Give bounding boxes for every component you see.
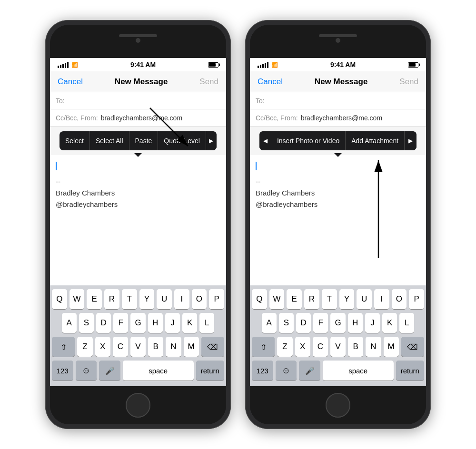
key-u-1[interactable]: U	[157, 289, 172, 309]
key-u-2[interactable]: U	[357, 289, 372, 309]
key-d-1[interactable]: D	[96, 313, 111, 333]
key-e-2[interactable]: E	[287, 289, 302, 309]
key-n-1[interactable]: N	[166, 337, 181, 357]
sig-dash-2: --	[256, 176, 420, 187]
status-left-2: 📶	[258, 62, 278, 68]
key-z-2[interactable]: Z	[277, 337, 292, 357]
sig-name-1: Bradley Chambers	[56, 187, 220, 199]
menu-insert-photo-2[interactable]: Insert Photo or Video	[271, 131, 346, 150]
key-h-1[interactable]: H	[148, 313, 163, 333]
key-q-2[interactable]: Q	[252, 289, 267, 309]
key-j-2[interactable]: J	[365, 313, 380, 333]
mic-key-2[interactable]: 🎤	[299, 361, 320, 381]
space-key-1[interactable]: space	[123, 361, 194, 381]
key-g-2[interactable]: G	[330, 313, 345, 333]
key-t-2[interactable]: T	[322, 289, 337, 309]
key-k-2[interactable]: K	[382, 313, 397, 333]
key-v-1[interactable]: V	[130, 337, 146, 357]
shift-key-2[interactable]: ⇧	[252, 337, 275, 357]
menu-select-all-1[interactable]: Select All	[90, 131, 129, 150]
key-z-1[interactable]: Z	[77, 337, 92, 357]
home-button-1[interactable]	[126, 393, 150, 418]
return-key-1[interactable]: return	[196, 361, 224, 381]
key-x-1[interactable]: X	[95, 337, 110, 357]
send-button-1[interactable]: Send	[199, 77, 218, 87]
menu-triangle-2	[334, 153, 342, 157]
home-button-2[interactable]	[326, 393, 350, 418]
key-l-2[interactable]: L	[399, 313, 414, 333]
return-key-2[interactable]: return	[396, 361, 424, 381]
send-button-2[interactable]: Send	[399, 77, 418, 87]
key-j-1[interactable]: J	[165, 313, 180, 333]
key-l-1[interactable]: L	[199, 313, 214, 333]
key-r-2[interactable]: R	[304, 289, 319, 309]
key-h-2[interactable]: H	[348, 313, 363, 333]
key-c-1[interactable]: C	[113, 337, 128, 357]
key-a-2[interactable]: A	[262, 313, 277, 333]
key-t-1[interactable]: T	[122, 289, 137, 309]
key-o-1[interactable]: O	[192, 289, 207, 309]
key-a-1[interactable]: A	[62, 313, 77, 333]
numbers-key-1[interactable]: 123	[52, 361, 73, 381]
key-e-1[interactable]: E	[87, 289, 102, 309]
cancel-button-2[interactable]: Cancel	[258, 77, 283, 87]
phone-2: 📶 9:41 AM Cancel New Message Send	[245, 20, 431, 429]
keyboard-row2-2: A S D F G H J K L	[252, 313, 424, 333]
ccbcc-field-2[interactable]: Cc/Bcc, From: bradleychambers@me.com	[250, 109, 426, 127]
key-i-2[interactable]: I	[374, 289, 389, 309]
emoji-key-1[interactable]: ☺	[76, 361, 97, 381]
delete-key-2[interactable]: ⌫	[401, 337, 424, 357]
space-key-2[interactable]: space	[323, 361, 394, 381]
cancel-button-1[interactable]: Cancel	[58, 77, 83, 87]
menu-arrow-left-2[interactable]: ◀	[259, 131, 271, 150]
key-m-1[interactable]: M	[184, 337, 199, 357]
key-k-1[interactable]: K	[182, 313, 197, 333]
bottom-bezel-2	[250, 386, 426, 424]
key-n-2[interactable]: N	[366, 337, 381, 357]
to-label-2: To:	[256, 97, 265, 105]
menu-arrow-right-1[interactable]: ▶	[206, 131, 217, 150]
menu-arrow-right-2[interactable]: ▶	[405, 131, 416, 150]
menu-select-1[interactable]: Select	[60, 131, 90, 150]
key-s-1[interactable]: S	[79, 313, 94, 333]
key-c-2[interactable]: C	[313, 337, 328, 357]
key-b-1[interactable]: B	[148, 337, 163, 357]
key-q-1[interactable]: Q	[52, 289, 67, 309]
key-p-2[interactable]: P	[409, 289, 424, 309]
key-s-2[interactable]: S	[279, 313, 294, 333]
context-menu-2: ◀ Insert Photo or Video Add Attachment ▶	[259, 131, 416, 150]
menu-paste-1[interactable]: Paste	[129, 131, 159, 150]
mic-key-1[interactable]: 🎤	[99, 361, 120, 381]
message-body-2[interactable]: -- Bradley Chambers @bradleychambers	[250, 155, 426, 285]
screen-1: 📶 9:41 AM Cancel New Message Send	[50, 58, 226, 386]
key-f-2[interactable]: F	[313, 313, 328, 333]
key-w-1[interactable]: W	[69, 289, 85, 309]
key-f-1[interactable]: F	[113, 313, 128, 333]
ccbcc-field-1[interactable]: Cc/Bcc, From: bradleychambers@me.com	[50, 109, 226, 127]
key-y-1[interactable]: Y	[139, 289, 155, 309]
key-b-2[interactable]: B	[348, 337, 363, 357]
delete-key-1[interactable]: ⌫	[201, 337, 224, 357]
ccbcc-label-1: Cc/Bcc, From:	[56, 114, 98, 122]
camera-2	[336, 38, 340, 43]
key-w-2[interactable]: W	[269, 289, 285, 309]
key-r-1[interactable]: R	[104, 289, 119, 309]
to-field-1[interactable]: To:	[50, 92, 226, 109]
time-2: 9:41 AM	[330, 61, 356, 68]
key-v-2[interactable]: V	[330, 337, 346, 357]
numbers-key-2[interactable]: 123	[252, 361, 273, 381]
key-m-2[interactable]: M	[384, 337, 399, 357]
key-y-2[interactable]: Y	[339, 289, 355, 309]
key-p-1[interactable]: P	[209, 289, 224, 309]
key-o-2[interactable]: O	[392, 289, 407, 309]
to-field-2[interactable]: To:	[250, 92, 426, 109]
menu-add-attachment-2[interactable]: Add Attachment	[346, 131, 405, 150]
key-g-1[interactable]: G	[130, 313, 145, 333]
key-i-1[interactable]: I	[174, 289, 189, 309]
message-body-1[interactable]: -- Bradley Chambers @bradleychambers	[50, 155, 226, 285]
emoji-key-2[interactable]: ☺	[276, 361, 297, 381]
key-d-2[interactable]: D	[296, 313, 311, 333]
menu-quote-level-1[interactable]: Quote Level	[158, 131, 206, 150]
key-x-2[interactable]: X	[295, 337, 310, 357]
shift-key-1[interactable]: ⇧	[52, 337, 75, 357]
